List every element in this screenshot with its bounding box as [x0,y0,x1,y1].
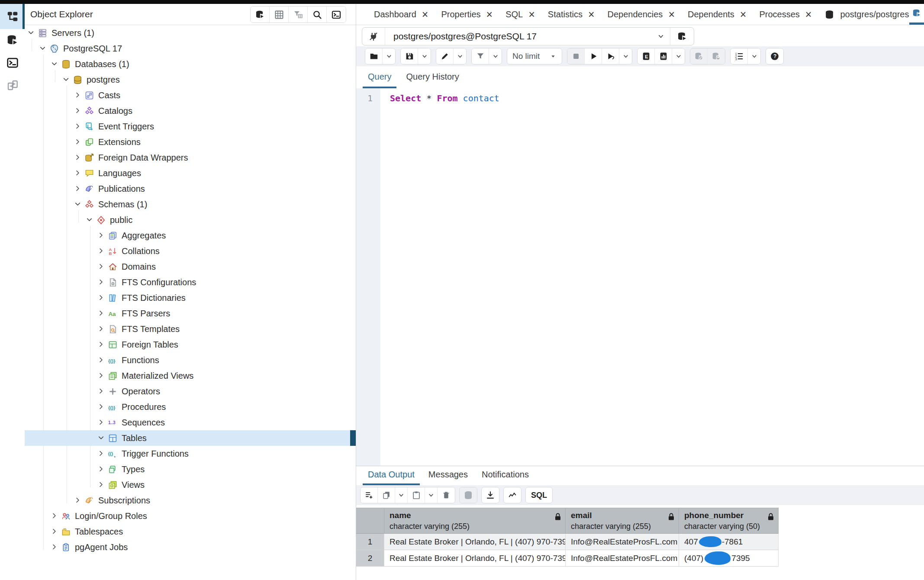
execute-options-button[interactable] [602,48,619,64]
explain-button[interactable]: E [637,48,655,64]
tree-item-pgagent-jobs[interactable]: pgAgent Jobs [25,539,356,555]
column-header-phone-number[interactable]: phone_numbercharacter varying (50) [679,508,779,534]
close-tab-icon[interactable]: × [422,9,428,20]
tab-messages[interactable]: Messages [423,470,473,485]
cell-phone-number[interactable]: 407-7861 [679,534,779,550]
help-button[interactable]: ? [766,48,783,64]
open-file-menu-button[interactable] [383,48,395,64]
chevron-right-icon[interactable] [97,309,106,318]
grid-corner-cell[interactable] [356,508,384,534]
execute-script-button[interactable] [585,48,602,64]
tab-dependents[interactable]: Dependents× [681,4,753,25]
chevron-right-icon[interactable] [97,387,106,396]
chevron-right-icon[interactable] [97,293,106,302]
close-tab-icon[interactable]: × [588,9,595,20]
tab-active-partial[interactable] [909,4,924,25]
filter-button[interactable] [472,48,489,64]
close-tab-icon[interactable]: × [486,9,493,20]
tab-query[interactable]: Query [363,72,396,88]
close-tab-icon[interactable]: × [740,9,747,20]
chevron-right-icon[interactable] [50,512,60,520]
tree-item-domains[interactable]: Domains [25,259,356,274]
tree-item-extensions[interactable]: Extensions [25,134,356,150]
chevron-right-icon[interactable] [97,231,106,240]
cell-name[interactable]: Real Estate Broker | Orlando, FL | (407)… [384,550,566,567]
tree-item-views[interactable]: Views [25,477,356,493]
tree-item-languages[interactable]: Languages [25,165,356,181]
tree-item-foreign-data-wrappers[interactable]: Foreign Data Wrappers [25,150,356,165]
chevron-down-icon[interactable] [652,28,670,45]
explain-menu-button[interactable] [672,48,685,64]
tab-query-history[interactable]: Query History [401,72,464,88]
tab-data-output[interactable]: Data Output [363,470,420,485]
macros-menu-button[interactable] [748,48,760,64]
cell-email[interactable]: Info@RealEstateProsFL.com [566,534,679,550]
chevron-right-icon[interactable] [74,138,83,146]
chevron-right-icon[interactable] [97,325,106,333]
tree-item-foreign-tables[interactable]: Foreign Tables [25,337,356,352]
chevron-right-icon[interactable] [74,169,83,177]
tree-item-casts[interactable]: Casts [25,87,356,103]
cancel-query-button[interactable] [567,48,585,64]
tree-item-public[interactable]: public [25,212,356,228]
close-tab-icon[interactable]: × [668,9,675,20]
tree-item-tables[interactable]: Tables [25,430,356,446]
add-row-button[interactable] [361,487,378,503]
tree-item-fts-templates[interactable]: FTS Templates [25,321,356,337]
tab-postgres-postgres[interactable]: postgres/postgres...× [818,4,924,25]
commit-button[interactable] [690,48,708,64]
tree-item-tablespaces[interactable]: Tablespaces [25,524,356,539]
chevron-right-icon[interactable] [74,122,83,131]
chevron-right-icon[interactable] [50,543,60,551]
row-number-cell[interactable]: 2 [356,550,384,567]
tree-item-databases-1[interactable]: Databases (1) [25,56,356,72]
chevron-right-icon[interactable] [97,356,106,364]
chevron-right-icon[interactable] [74,91,83,100]
tree-item-servers-1[interactable]: Servers (1) [25,25,356,41]
macros-button[interactable]: 123 [731,48,748,64]
tab-processes[interactable]: Processes× [753,4,818,25]
connection-select[interactable]: postgres/postgres@PostgreSQL 17 [362,27,694,45]
edit-menu-button[interactable] [454,48,466,64]
activity-query-tool[interactable] [0,29,25,52]
chevron-right-icon[interactable] [50,527,60,536]
tree-item-schemas-1[interactable]: Schemas (1) [25,197,356,212]
delete-row-button[interactable] [438,487,455,503]
tree-item-login-group-roles[interactable]: Login/Group Roles [25,508,356,524]
chevron-right-icon[interactable] [97,403,106,411]
tree-item-subscriptions[interactable]: Subscriptions [25,493,356,508]
tree-item-fts-configurations[interactable]: FTS Configurations [25,274,356,290]
graph-visualiser-button[interactable] [504,487,521,503]
search-objects-button[interactable] [308,6,327,23]
chevron-down-icon[interactable] [27,29,36,37]
close-tab-icon[interactable]: × [805,9,812,20]
chevron-down-icon[interactable] [97,434,106,442]
tree-item-event-triggers[interactable]: Event Triggers [25,119,356,134]
chevron-down-icon[interactable] [62,75,71,84]
tree-item-procedures[interactable]: {()}Procedures [25,399,356,415]
tree-item-postgres[interactable]: postgres [25,72,356,87]
chevron-down-icon[interactable] [74,200,83,209]
tab-sql[interactable]: SQL× [499,4,541,25]
paste-button[interactable] [408,487,425,503]
chevron-right-icon[interactable] [74,496,83,505]
filter-menu-button[interactable] [489,48,502,64]
chevron-right-icon[interactable] [74,106,83,115]
tree-item-operators[interactable]: Operators [25,383,356,399]
chevron-right-icon[interactable] [97,418,106,427]
copy-button[interactable] [378,487,395,503]
copy-menu-button[interactable] [395,487,408,503]
cell-phone-number[interactable]: (407)7395 [679,550,779,567]
psql-tool-button[interactable] [327,6,346,23]
sql-editor[interactable]: 1 Select * From contact [356,88,924,466]
activity-object-explorer[interactable] [0,4,25,29]
chevron-right-icon[interactable] [97,371,106,380]
explain-analyze-button[interactable] [655,48,672,64]
save-file-button[interactable] [401,48,418,64]
tree-item-aggregates[interactable]: Aggregates [25,228,356,243]
tree-item-fts-parsers[interactable]: AaFTS Parsers [25,306,356,321]
tab-dependencies[interactable]: Dependencies× [601,4,681,25]
tree-item-fts-dictionaries[interactable]: FTS Dictionaries [25,290,356,306]
row-limit-button[interactable]: No limit [507,48,562,64]
chevron-right-icon[interactable] [97,247,106,255]
